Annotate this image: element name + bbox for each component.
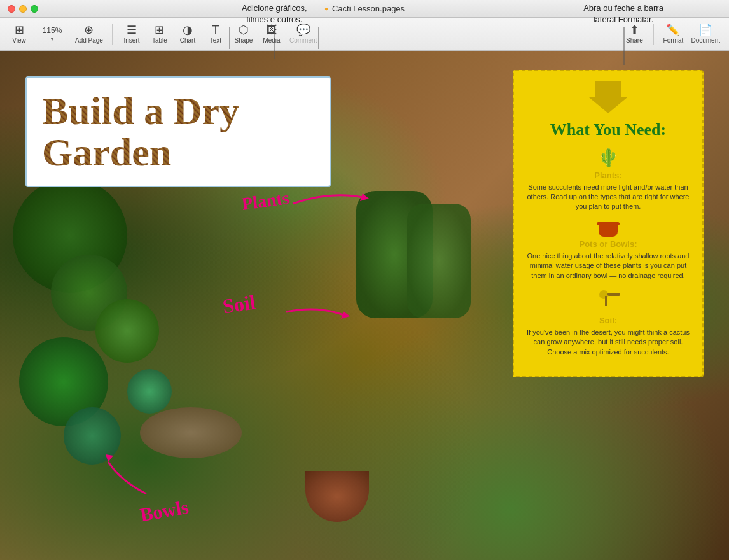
bowls-label: Bowls [139, 496, 190, 526]
plants-body: Some succulents need more light and/or w… [524, 183, 692, 212]
plants-icon: 🌵 [524, 147, 692, 168]
fullscreen-button[interactable] [31, 5, 38, 13]
document-icon: 📄 [698, 24, 712, 36]
table-button[interactable]: ⊞ Table [146, 20, 174, 48]
text-button[interactable]: T Text [202, 20, 230, 48]
minimize-button[interactable] [19, 5, 27, 13]
svg-rect-8 [605, 296, 608, 306]
shape-icon: ⬡ [239, 24, 249, 36]
soil-icon [524, 290, 692, 313]
soil-label: Soil [221, 291, 257, 319]
bowls-annotation: Bowls [140, 500, 189, 522]
down-arrow-icon [589, 81, 627, 113]
format-button[interactable]: ✏️ Format [659, 20, 687, 48]
soil-body: If you've been in the desert, you might … [524, 328, 692, 357]
info-card-title: What You Need: [524, 121, 692, 139]
document-button[interactable]: 📄 Document [687, 20, 724, 48]
info-card-arrow [524, 81, 692, 116]
bowl-element [140, 407, 242, 458]
insert-icon: ☰ [127, 24, 137, 36]
pots-icon [524, 221, 692, 237]
cactus-2 [407, 204, 471, 318]
toolbar-separator-2 [653, 24, 654, 45]
title-bar: ● Cacti Lesson.pages [0, 0, 729, 18]
shape-button[interactable]: ⬡ Shape [230, 20, 258, 48]
clay-bowl [305, 471, 369, 522]
table-icon: ⊞ [155, 24, 164, 36]
plant-blob-3 [95, 299, 159, 363]
info-card[interactable]: What You Need: 🌵 Plants: Some succulents… [513, 70, 704, 377]
bowls-arrow [102, 449, 153, 500]
media-icon: 🖼 [266, 24, 277, 36]
svg-marker-5 [589, 81, 627, 113]
plants-label: Plants [240, 188, 290, 214]
shovel-icon [592, 290, 624, 309]
svg-marker-9 [360, 193, 369, 201]
plants-arrow [293, 185, 369, 223]
soil-section: Soil: If you've been in the desert, you … [524, 290, 692, 357]
format-icon: ✏️ [666, 24, 680, 36]
toolbar: ⊞ View 115% ▼ ⊕ Add Page ☰ Insert ⊞ Tabl… [0, 18, 729, 51]
close-button[interactable] [8, 5, 15, 13]
plants-title: Plants: [524, 171, 692, 180]
window-title: ● Cacti Lesson.pages [324, 4, 405, 13]
zoom-button[interactable]: 115% ▼ [33, 20, 71, 48]
add-page-icon: ⊕ [84, 24, 94, 36]
chart-icon: ◑ [183, 24, 193, 36]
svg-rect-7 [608, 293, 620, 296]
insert-button[interactable]: ☰ Insert [118, 20, 146, 48]
plants-annotation: Plants [242, 191, 289, 211]
toolbar-separator-1 [112, 24, 113, 45]
soil-annotation: Soil [223, 293, 256, 316]
soil-title: Soil: [524, 316, 692, 325]
comment-button[interactable]: 💬 Comment [286, 20, 321, 48]
view-icon: ⊞ [15, 24, 24, 36]
pots-section: Pots or Bowls: One nice thing about the … [524, 221, 692, 281]
soil-arrow [286, 299, 350, 331]
svg-marker-10 [341, 311, 350, 319]
main-content: Build a Dry Garden What You Need: 🌵 Plan… [0, 51, 729, 560]
chart-button[interactable]: ◑ Chart [174, 20, 202, 48]
plants-section: 🌵 Plants: Some succulents need more ligh… [524, 147, 692, 212]
share-button[interactable]: ⬆ Share [620, 20, 648, 48]
title-text-box[interactable]: Build a Dry Garden [25, 76, 331, 187]
media-button[interactable]: 🖼 Media [258, 20, 286, 48]
pots-body: One nice thing about the relatively shal… [524, 251, 692, 281]
plant-blob-6 [127, 369, 172, 414]
text-icon: T [212, 24, 219, 36]
traffic-lights [8, 5, 38, 13]
add-page-button[interactable]: ⊕ Add Page [71, 20, 107, 48]
title-text: Build a Dry Garden [42, 90, 314, 173]
title-dot-icon: ● [324, 5, 328, 12]
view-button[interactable]: ⊞ View [5, 20, 33, 48]
comment-icon: 💬 [296, 24, 310, 36]
pots-title: Pots or Bowls: [524, 239, 692, 249]
share-icon: ⬆ [630, 24, 639, 36]
svg-marker-11 [106, 454, 113, 462]
